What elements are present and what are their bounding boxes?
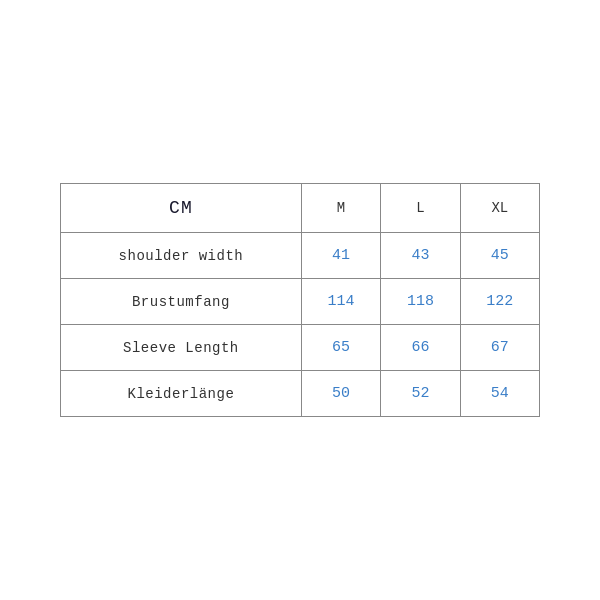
row-label-1: Brustumfang	[61, 279, 302, 325]
row-val-xl-1: 122	[460, 279, 539, 325]
row-label-3: Kleiderlänge	[61, 371, 302, 417]
size-table: CM M L XL shoulder width414345Brustumfan…	[60, 183, 540, 417]
header-cm: CM	[61, 184, 302, 233]
row-val-l-3: 52	[381, 371, 460, 417]
header-xl: XL	[460, 184, 539, 233]
row-val-xl-2: 67	[460, 325, 539, 371]
row-val-m-2: 65	[301, 325, 380, 371]
table-row: Kleiderlänge505254	[61, 371, 540, 417]
table-row: Brustumfang114118122	[61, 279, 540, 325]
row-label-0: shoulder width	[61, 233, 302, 279]
row-val-m-0: 41	[301, 233, 380, 279]
row-val-l-0: 43	[381, 233, 460, 279]
table-header-row: CM M L XL	[61, 184, 540, 233]
table-row: shoulder width414345	[61, 233, 540, 279]
row-val-l-1: 118	[381, 279, 460, 325]
row-val-m-1: 114	[301, 279, 380, 325]
row-val-m-3: 50	[301, 371, 380, 417]
row-label-2: Sleeve Length	[61, 325, 302, 371]
row-val-l-2: 66	[381, 325, 460, 371]
table-row: Sleeve Length656667	[61, 325, 540, 371]
row-val-xl-0: 45	[460, 233, 539, 279]
size-table-container: CM M L XL shoulder width414345Brustumfan…	[60, 183, 540, 417]
header-m: M	[301, 184, 380, 233]
row-val-xl-3: 54	[460, 371, 539, 417]
header-l: L	[381, 184, 460, 233]
